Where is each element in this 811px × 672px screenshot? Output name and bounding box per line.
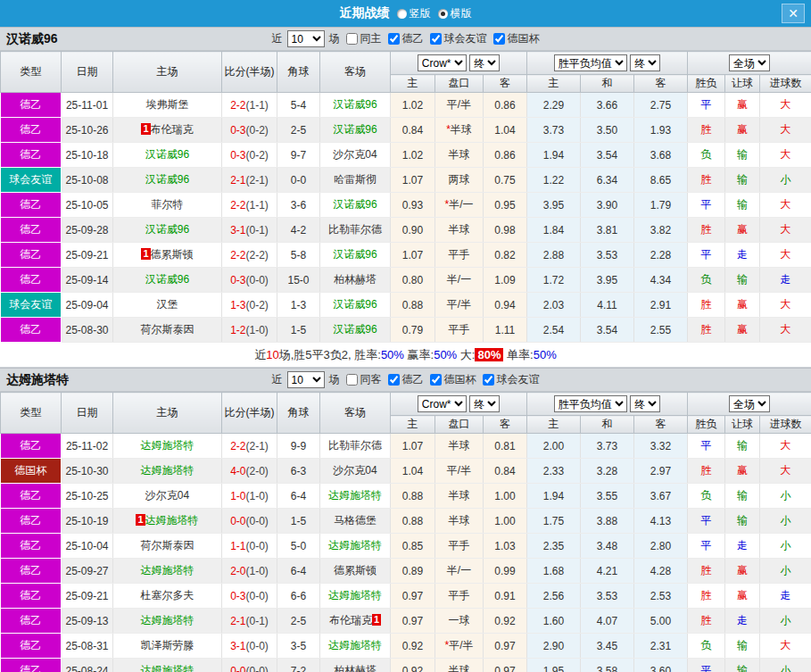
league-badge: 德乙 xyxy=(1,584,62,609)
league-checkbox-1[interactable] xyxy=(430,33,442,45)
avg-stage-select[interactable]: 终 xyxy=(630,54,660,71)
odds-stage-select[interactable]: 终 xyxy=(469,395,500,412)
corner-cell: 9-7 xyxy=(277,143,320,168)
handicap-cell: 半球 xyxy=(435,434,484,459)
layout-horizontal-option[interactable]: 横版 xyxy=(438,6,472,21)
close-button[interactable]: ✕ xyxy=(782,4,805,23)
result-cell: 平 xyxy=(688,93,725,118)
games-label: 场 xyxy=(329,31,340,46)
avg-draw-cell: 3.50 xyxy=(581,118,634,143)
col-avg-away: 客 xyxy=(634,416,688,434)
league-checkbox-label-2: 球会友谊 xyxy=(497,372,540,387)
same-venue-checkbox[interactable] xyxy=(346,374,358,386)
match-row: 德国杯25-10-30达姆施塔特4-0(2-0)6-3沙尔克041.04平/半0… xyxy=(1,459,811,484)
score-cell: 1-0(1-0) xyxy=(222,484,277,509)
team-label: 达姆施塔特 xyxy=(141,464,194,477)
radio-checked-icon[interactable] xyxy=(438,9,448,19)
corner-cell: 6-6 xyxy=(277,584,320,609)
league-checkbox-2[interactable] xyxy=(493,33,505,45)
handicap-cell: 平手 xyxy=(435,584,484,609)
team-label: 德累斯顿 xyxy=(334,564,377,577)
avg-stage-select[interactable]: 终 xyxy=(630,395,660,412)
odds-away-cell: 0.75 xyxy=(484,168,527,193)
radio-unchecked-icon[interactable] xyxy=(397,9,407,19)
avg-away-cell: 2.55 xyxy=(634,318,688,343)
team-label: 布伦瑞克 xyxy=(151,123,194,136)
team-label: 荷尔斯泰因 xyxy=(141,539,194,552)
scope-select[interactable]: 全场 xyxy=(729,395,770,412)
handicap-label: 平/半 xyxy=(447,464,471,477)
avg-type-select[interactable]: 胜平负均值 xyxy=(554,54,627,71)
score-cell: 0-0(0-0) xyxy=(222,659,277,672)
col-handicap: 盘口 xyxy=(435,75,484,93)
league-checkbox-label-0: 德乙 xyxy=(402,31,424,46)
match-row: 德乙25-08-30荷尔斯泰因1-2(1-0)1-5汉诺威960.79平手1.1… xyxy=(1,318,811,343)
handicap-label: 半/一 xyxy=(447,273,471,286)
team-label: 汉堡 xyxy=(157,298,178,311)
odds-stage-select[interactable]: 终 xyxy=(469,54,500,71)
avg-draw-cell: 4.07 xyxy=(581,609,634,634)
corner-cell: 5-4 xyxy=(277,93,320,118)
layout-vertical-option[interactable]: 竖版 xyxy=(397,6,431,21)
odds-away-cell: 0.92 xyxy=(484,609,527,634)
home-team-cell: 达姆施塔特 xyxy=(113,609,222,634)
odds-away-cell: 1.11 xyxy=(484,318,527,343)
home-team-cell: 荷尔斯泰因 xyxy=(113,534,222,559)
games-count-select[interactable]: 10 xyxy=(287,371,325,388)
league-checkbox-1[interactable] xyxy=(430,374,442,386)
half-time-score: (0-0) xyxy=(246,540,269,552)
corner-cell: 0-0 xyxy=(277,168,320,193)
odds-home-cell: 0.97 xyxy=(391,584,435,609)
handicap-label: 半球 xyxy=(449,148,470,161)
bookmaker-select[interactable]: Crow* xyxy=(418,395,467,412)
same-venue-checkbox[interactable] xyxy=(346,33,358,45)
handicap-label: 平/半 xyxy=(447,98,471,111)
corner-cell: 5-8 xyxy=(277,243,320,268)
scope-select[interactable]: 全场 xyxy=(729,54,770,71)
bookmaker-select[interactable]: Crow* xyxy=(418,54,467,71)
result-cell: 平 xyxy=(688,243,725,268)
team-label: 达姆施塔特 xyxy=(328,539,382,552)
handicap-result-cell: 输 xyxy=(725,168,760,193)
summary-segment: 50% xyxy=(434,348,457,361)
full-time-score: 0-3 xyxy=(230,124,245,137)
result-cell: 胜 xyxy=(688,218,725,243)
near-label: 近 xyxy=(272,31,283,46)
match-row: 球会友谊25-10-08汉诺威962-1(2-1)0-0哈雷斯彻1.07两球0.… xyxy=(1,168,811,193)
result-cell: 平 xyxy=(688,434,725,459)
handicap-label: 半球 xyxy=(449,664,470,672)
odds-away-cell: 1.04 xyxy=(484,118,527,143)
odds-home-cell: 1.07 xyxy=(391,434,435,459)
score-cell: 2-0(1-0) xyxy=(222,559,277,584)
goals-result-cell: 小 xyxy=(760,609,811,634)
away-team-cell: 达姆施塔特 xyxy=(320,584,391,609)
match-date: 25-09-27 xyxy=(62,559,113,584)
league-checkbox-0[interactable] xyxy=(388,374,400,386)
goals-result-cell: 小 xyxy=(760,559,811,584)
handicap-cell: 平手 xyxy=(435,243,484,268)
full-time-score: 2-0 xyxy=(230,565,245,577)
half-time-score: (2-1) xyxy=(246,440,269,452)
layout-horizontal-label: 横版 xyxy=(451,6,472,21)
half-time-score: (1-1) xyxy=(246,99,269,112)
col-let-goal: 让球 xyxy=(725,416,760,434)
col-goals: 进球数 xyxy=(760,75,811,93)
games-count-select[interactable]: 10 xyxy=(287,30,325,47)
handicap-result-cell: 输 xyxy=(725,659,760,672)
league-checkbox-2[interactable] xyxy=(483,374,494,386)
odds-away-cell: 0.84 xyxy=(484,459,527,484)
avg-away-cell: 4.13 xyxy=(634,509,688,534)
league-checkbox-0[interactable] xyxy=(388,33,400,45)
half-time-score: (1-0) xyxy=(246,490,269,502)
matches-table: 类型 日期 主场 比分(半场) 角球 客场 Crow* 终 胜平负均值 终 全场 xyxy=(0,51,811,343)
match-row: 德乙25-10-04荷尔斯泰因1-1(0-0)5-0达姆施塔特0.85平手1.0… xyxy=(1,534,811,559)
col-avg-home: 主 xyxy=(527,416,581,434)
match-date: 25-11-01 xyxy=(62,93,113,118)
result-cell: 胜 xyxy=(688,318,725,343)
avg-away-cell: 3.82 xyxy=(634,218,688,243)
league-checkbox-label-2: 德国杯 xyxy=(508,31,540,46)
match-date: 25-09-28 xyxy=(62,218,113,243)
home-team-cell: 1德累斯顿 xyxy=(113,243,222,268)
corner-cell: 7-2 xyxy=(277,659,320,672)
avg-type-select[interactable]: 胜平负均值 xyxy=(554,395,627,412)
